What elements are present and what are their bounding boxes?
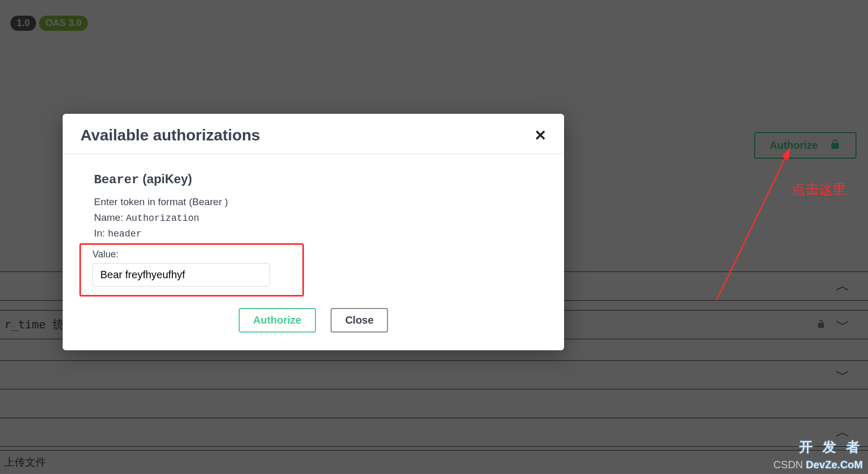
- scheme-description: Enter token in format (Bearer ): [94, 196, 539, 208]
- watermark-line1: 开 发 者: [799, 438, 863, 456]
- close-icon[interactable]: ✕: [534, 127, 546, 144]
- modal-authorize-button[interactable]: Authorize: [239, 308, 316, 333]
- scheme-title: Bearer (apiKey): [94, 172, 539, 187]
- modal-close-button[interactable]: Close: [331, 308, 388, 333]
- value-label: Value:: [92, 249, 291, 260]
- modal-body: Bearer (apiKey) Enter token in format (B…: [63, 154, 564, 302]
- scheme-in-row: In: header: [94, 228, 539, 239]
- scheme-name-row: Name: Authorization: [94, 212, 539, 223]
- authorizations-modal: Available authorizations ✕ Bearer (apiKe…: [63, 114, 564, 350]
- modal-header: Available authorizations ✕: [63, 114, 564, 154]
- value-highlight-box: Value:: [79, 243, 304, 297]
- scheme-type: (apiKey): [139, 172, 192, 186]
- token-input[interactable]: [92, 263, 270, 287]
- annotation-text: 点击这里: [792, 180, 846, 198]
- modal-footer: Authorize Close: [63, 302, 564, 350]
- scheme-name: Bearer: [94, 173, 139, 187]
- modal-title: Available authorizations: [80, 126, 260, 144]
- watermark-line2: CSDN DevZe.CoM: [773, 459, 863, 471]
